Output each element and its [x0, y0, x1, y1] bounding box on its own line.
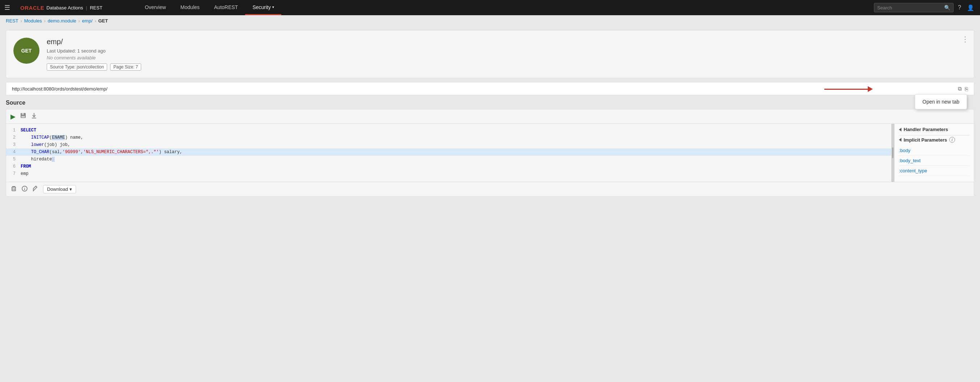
nav-autorest[interactable]: AutoREST — [207, 0, 245, 15]
handler-params-label: Handler Parameters — [904, 127, 948, 132]
nav-security[interactable]: Security ▾ — [245, 0, 281, 15]
handler-params-header[interactable]: Handler Parameters — [899, 127, 969, 132]
handler-card: GET emp/ Last Updated: 1 second ago No c… — [6, 30, 974, 78]
open-in-new-tab-icon[interactable]: ⧉ — [958, 86, 962, 92]
arrow-indicator — [824, 86, 873, 92]
svg-rect-1 — [22, 113, 24, 115]
arrow-head — [868, 86, 873, 92]
implicit-params-info-icon[interactable]: i — [949, 137, 955, 143]
handler-comment: No comments available — [47, 55, 967, 60]
method-badge: GET — [13, 38, 40, 64]
run-button[interactable]: ▶ — [11, 113, 16, 121]
card-inner: GET emp/ Last Updated: 1 second ago No c… — [13, 38, 967, 71]
card-menu-button[interactable]: ⋮ — [961, 35, 969, 43]
top-navbar: ☰ ORACLE Database Actions | REST Overvie… — [0, 0, 980, 15]
code-line-2: 2 INITCAP(ENAME) name, — [6, 134, 891, 141]
save-button[interactable] — [20, 112, 26, 121]
breadcrumb-current: GET — [99, 18, 108, 24]
source-toolbar: ▶ — [6, 109, 974, 124]
param-body: :body — [899, 146, 969, 156]
nav-modules[interactable]: Modules — [173, 0, 207, 15]
card-info: emp/ Last Updated: 1 second ago No comme… — [47, 38, 967, 71]
chevron-down-icon: ▾ — [272, 5, 274, 9]
delete-handler-button[interactable] — [11, 185, 17, 193]
svg-rect-2 — [21, 116, 25, 118]
hamburger-menu[interactable]: ☰ — [0, 4, 14, 11]
download-button[interactable]: Download ▾ — [43, 185, 76, 193]
right-panel: Handler Parameters Implicit Parameters i… — [894, 124, 974, 182]
source-section-title: Source — [6, 100, 974, 106]
tag-page-size: Page Size: 7 — [110, 64, 141, 71]
nav-overview[interactable]: Overview — [138, 0, 173, 15]
collapse-implicit-params-icon — [899, 138, 902, 142]
implicit-params-label: Implicit Parameters — [904, 137, 947, 143]
breadcrumb-emp[interactable]: emp/ — [82, 18, 93, 24]
source-area: ▶ 1 SELECT 2 INITCAP(ENAME) name, — [6, 109, 974, 197]
url-actions: ⧉ ⎘ — [958, 86, 968, 92]
svg-line-11 — [36, 186, 37, 187]
edit-button[interactable] — [32, 185, 39, 193]
open-in-new-tab-tooltip: Open in new tab — [915, 94, 967, 109]
breadcrumb: REST › Modules › demo.module › emp/ › GE… — [0, 15, 980, 26]
copy-url-icon[interactable]: ⎘ — [965, 86, 968, 92]
user-icon[interactable]: 👤 — [966, 3, 976, 13]
breadcrumb-rest[interactable]: REST — [6, 18, 19, 24]
bottom-toolbar: Download ▾ — [6, 182, 974, 196]
svg-point-10 — [24, 187, 25, 188]
navbar-right: 🔍 ? 👤 — [874, 3, 980, 13]
param-content-type: :content_type — [899, 166, 969, 176]
breadcrumb-demo-module[interactable]: demo.module — [48, 18, 76, 24]
code-line-4: 4 TO_CHAR(sal,'9G999','NLS_NUMERIC_CHARA… — [6, 148, 891, 156]
tag-source-type: Source Type: json/collection — [47, 64, 107, 71]
divider-1 — [899, 135, 969, 135]
svg-rect-5 — [12, 187, 16, 191]
app-brand: ORACLE Database Actions | REST — [14, 5, 138, 11]
info-button[interactable] — [21, 185, 28, 193]
handler-path: emp/ — [47, 38, 967, 46]
breadcrumb-sep-4: › — [95, 19, 96, 24]
download-label: Download — [47, 186, 68, 192]
breadcrumb-sep-3: › — [78, 19, 80, 24]
collapse-handler-params-icon — [899, 128, 902, 131]
param-body-text: :body_text — [899, 156, 969, 166]
help-icon[interactable]: ? — [956, 3, 963, 12]
handler-url: http://localhost:8080/ords/ordstest/demo… — [12, 86, 108, 92]
code-line-3: 3 lower(job) job, — [6, 141, 891, 148]
arrow-line — [824, 89, 868, 90]
breadcrumb-sep-2: › — [44, 19, 46, 24]
code-line-5: 5 hiredate — [6, 156, 891, 163]
tooltip-text: Open in new tab — [923, 99, 959, 105]
code-line-7: 7 emp — [6, 170, 891, 177]
app-name: Database Actions | REST — [46, 5, 102, 11]
oracle-logo: ORACLE Database Actions | REST — [20, 5, 102, 11]
search-input[interactable] — [877, 5, 942, 11]
breadcrumb-sep-1: › — [21, 19, 22, 24]
code-line-6: 6 FROM — [6, 163, 891, 170]
download-dropdown-icon: ▾ — [70, 186, 72, 192]
main-content: GET emp/ Last Updated: 1 second ago No c… — [0, 26, 980, 200]
oracle-logo-text: ORACLE — [20, 5, 44, 11]
panel-splitter[interactable] — [891, 124, 894, 182]
implicit-params-header[interactable]: Implicit Parameters i — [899, 137, 969, 143]
code-line-1: 1 SELECT — [6, 127, 891, 134]
source-body: 1 SELECT 2 INITCAP(ENAME) name, 3 lower(… — [6, 124, 974, 182]
handler-tags: Source Type: json/collection Page Size: … — [47, 64, 967, 71]
download-source-icon[interactable] — [31, 112, 37, 121]
search-icon: 🔍 — [944, 5, 950, 11]
search-box[interactable]: 🔍 — [874, 3, 954, 12]
main-nav: Overview Modules AutoREST Security ▾ — [138, 0, 281, 15]
splitter-handle — [892, 147, 894, 158]
code-editor[interactable]: 1 SELECT 2 INITCAP(ENAME) name, 3 lower(… — [6, 124, 891, 182]
breadcrumb-modules[interactable]: Modules — [24, 18, 42, 24]
url-bar-container: http://localhost:8080/ords/ordstest/demo… — [6, 83, 974, 95]
handler-last-updated: Last Updated: 1 second ago — [47, 48, 967, 54]
